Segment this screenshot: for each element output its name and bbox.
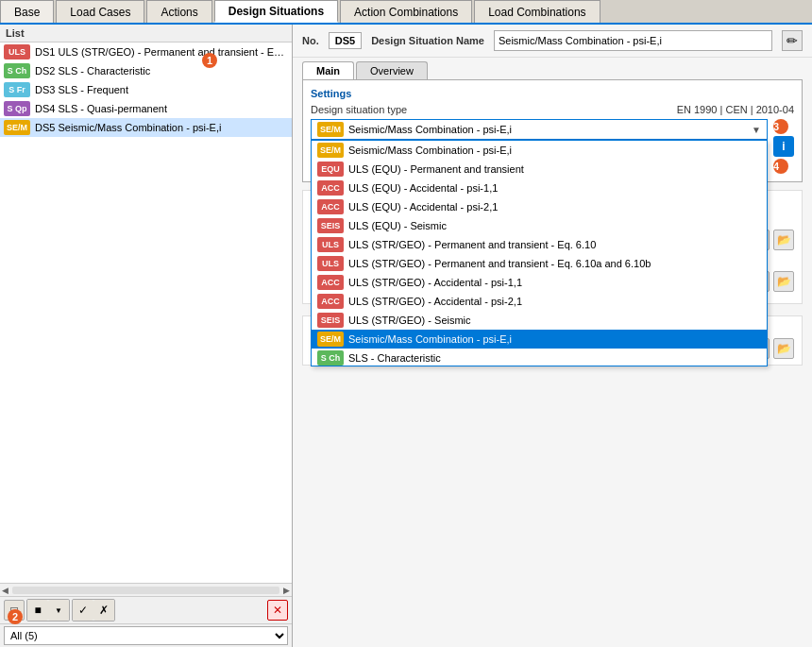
item-badge: S Ch (4, 63, 30, 78)
design-situation-standard: EN 1990 | CEN | 2010-04 (677, 104, 794, 115)
greyed-btn-2[interactable]: 📂 (773, 271, 794, 292)
filter-select[interactable]: All (5) (4, 626, 288, 645)
dropdown-item-text: ULS (EQU) - Permanent and transient (348, 163, 524, 175)
dropdown-item-text: ULS (STR/GEO) - Accidental - psi-1,1 (348, 277, 522, 288)
settings-title: Settings (311, 88, 794, 99)
scroll-right-arrow[interactable]: ▶ (283, 586, 290, 595)
dropdown-item-text: SLS - Characteristic (348, 352, 441, 364)
dropdown-list-item[interactable]: ACCULS (STR/GEO) - Accidental - psi-1,1 (312, 273, 767, 292)
list-scrollbar: ◀ ▶ (0, 583, 292, 596)
dropdown-list-item[interactable]: SE/MSeismic/Mass Combination - psi-E,i (312, 141, 767, 160)
name-input[interactable] (494, 30, 772, 51)
info-button[interactable]: i (773, 136, 794, 157)
copy-button-group: ■ ▼ (26, 599, 70, 621)
type-dropdown-selected[interactable]: SE/M Seismic/Mass Combination - psi-E,i … (311, 119, 768, 140)
dropdown-list-item[interactable]: S ChSLS - Characteristic (312, 349, 767, 366)
tab-action-combinations[interactable]: Action Combinations (340, 0, 472, 23)
dropdown-item-badge: S Ch (317, 350, 344, 366)
dropdown-item-badge: ACC (317, 199, 344, 214)
list-area: ULSDS1 ULS (STR/GEO) - Permanent and tra… (0, 43, 292, 583)
dropdown-arrow-icon: ▼ (752, 125, 761, 135)
uncheck-button[interactable]: ✗ (93, 600, 114, 621)
dropdown-item-badge: SEIS (317, 218, 344, 233)
annotation-4: 4 (773, 159, 788, 174)
type-dropdown-list[interactable]: SE/MSeismic/Mass Combination - psi-E,iEQ… (311, 140, 768, 366)
name-label: Design Situation Name (371, 35, 484, 46)
no-label: No. (302, 35, 319, 46)
left-toolbar: □ ■ ▼ ✓ ✗ ✕ (0, 596, 292, 623)
annotation-1: 1 (202, 53, 217, 68)
dropdown-item-text: ULS (EQU) - Accidental - psi-1,1 (348, 182, 498, 194)
tab-actions[interactable]: Actions (146, 0, 211, 23)
annotation-2: 2 (8, 609, 23, 624)
dropdown-list-item[interactable]: ACCULS (EQU) - Accidental - psi-1,1 (312, 179, 767, 197)
item-text: DS4 SLS - Quasi-permanent (35, 103, 167, 114)
list-item[interactable]: SE/MDS5 Seismic/Mass Combination - psi-E… (0, 118, 292, 137)
dropdown-item-badge: ACC (317, 180, 344, 196)
dropdown-item-badge: SEIS (317, 313, 344, 328)
item-badge: ULS (4, 44, 30, 60)
annotation-3: 3 (773, 119, 788, 134)
item-text: DS3 SLS - Frequent (35, 84, 128, 95)
dropdown-list-item[interactable]: ULSULS (STR/GEO) - Permanent and transie… (312, 235, 767, 254)
dropdown-item-badge: ACC (317, 294, 344, 309)
right-panel: No. DS5 Design Situation Name ✏ Main Ove… (293, 25, 812, 647)
dropdown-list-item[interactable]: ULSULS (STR/GEO) - Permanent and transie… (312, 254, 767, 273)
dropdown-item-text: ULS (STR/GEO) - Seismic (348, 315, 471, 326)
list-item[interactable]: S QpDS4 SLS - Quasi-permanent (0, 99, 292, 118)
dropdown-list-item[interactable]: SE/MSeismic/Mass Combination - psi-E,i (312, 330, 767, 349)
copy-dropdown-button[interactable]: ▼ (48, 600, 69, 621)
tab-base[interactable]: Base (0, 0, 54, 23)
scroll-track[interactable] (12, 587, 279, 594)
dropdown-list-item[interactable]: ACCULS (STR/GEO) - Accidental - psi-2,1 (312, 292, 767, 311)
dropdown-list-item[interactable]: EQUULS (EQU) - Permanent and transient (312, 160, 767, 179)
delete-button[interactable]: ✕ (267, 600, 288, 621)
item-text: DS1 ULS (STR/GEO) - Permanent and transi… (35, 46, 284, 58)
dropdown-list-item[interactable]: SEISULS (EQU) - Seismic (312, 216, 767, 235)
info-buttons: 3 i 4 (773, 119, 794, 174)
dropdown-row: SE/M Seismic/Mass Combination - psi-E,i … (311, 119, 794, 174)
sub-tab-overview[interactable]: Overview (356, 61, 428, 79)
list-item[interactable]: S FrDS3 SLS - Frequent (0, 80, 292, 99)
dropdown-item-text: ULS (STR/GEO) - Permanent and transient … (348, 258, 651, 269)
check-button[interactable]: ✓ (73, 600, 93, 621)
dropdown-item-text: ULS (STR/GEO) - Permanent and transient … (348, 239, 596, 250)
list-item[interactable]: S ChDS2 SLS - Characteristic (0, 61, 292, 80)
tab-load-cases[interactable]: Load Cases (56, 0, 144, 23)
item-badge: SE/M (4, 120, 30, 135)
sub-tab-main[interactable]: Main (302, 61, 354, 79)
dropdown-item-text: ULS (EQU) - Seismic (348, 220, 447, 231)
item-text: DS2 SLS - Characteristic (35, 65, 150, 77)
dropdown-item-badge: ULS (317, 237, 344, 252)
copy-button[interactable]: ■ (27, 600, 48, 621)
left-panel: List ULSDS1 ULS (STR/GEO) - Permanent an… (0, 25, 293, 647)
main-layout: 1 List ULSDS1 ULS (STR/GEO) - Permanent … (0, 25, 812, 647)
tab-design-situations[interactable]: Design Situations (214, 0, 338, 23)
item-text: DS5 Seismic/Mass Combination - psi-E,i (35, 122, 221, 133)
list-item[interactable]: ULSDS1 ULS (STR/GEO) - Permanent and tra… (0, 43, 292, 61)
ds-info-row: No. DS5 Design Situation Name ✏ (293, 25, 812, 58)
design-situation-type-row: Design situation type EN 1990 | CEN | 20… (311, 104, 794, 115)
item-badge: S Qp (4, 101, 30, 116)
edit-name-button[interactable]: ✏ (782, 30, 803, 51)
dropdown-list-item[interactable]: ACCULS (EQU) - Accidental - psi-2,1 (312, 197, 767, 216)
dropdown-item-text: Seismic/Mass Combination - psi-E,i (348, 145, 512, 156)
dropdown-list-item[interactable]: SEISULS (STR/GEO) - Seismic (312, 311, 767, 330)
no-value: DS5 (329, 32, 362, 49)
selected-badge: SE/M (317, 122, 344, 137)
item-badge: S Fr (4, 82, 30, 97)
dropdown-item-badge: ACC (317, 275, 344, 290)
sub-tab-bar: Main Overview (293, 58, 812, 79)
wizard-btn-2[interactable]: 📂 (773, 230, 794, 250)
tab-bar: Base Load Cases Actions Design Situation… (0, 0, 812, 25)
dropdown-item-text: ULS (EQU) - Accidental - psi-2,1 (348, 201, 498, 213)
selected-text: Seismic/Mass Combination - psi-E,i (348, 124, 512, 135)
dropdown-item-text: Seismic/Mass Combination - psi-E,i (348, 333, 512, 345)
tab-load-combinations[interactable]: Load Combinations (474, 0, 600, 23)
type-dropdown-wrapper: SE/M Seismic/Mass Combination - psi-E,i … (311, 119, 768, 140)
comment-btn-2[interactable]: 📂 (773, 338, 794, 359)
scroll-left-arrow[interactable]: ◀ (2, 586, 8, 595)
dropdown-item-text: ULS (STR/GEO) - Accidental - psi-2,1 (348, 296, 522, 307)
settings-panel: Settings Design situation type EN 1990 |… (302, 79, 803, 182)
check-button-group: ✓ ✗ (72, 599, 115, 621)
